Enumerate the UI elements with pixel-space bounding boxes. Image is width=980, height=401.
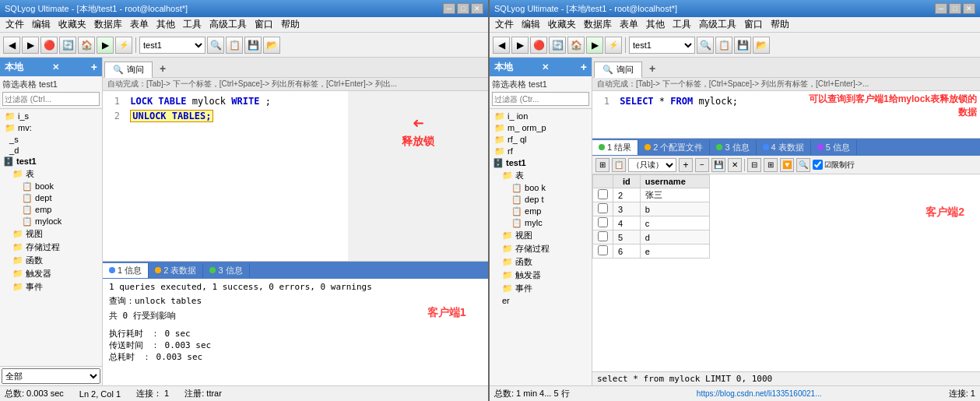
tree-item-test1-1[interactable]: 🗄️ test1 (2, 156, 100, 167)
tab-add-2[interactable]: + (642, 60, 662, 77)
menu-tools-1[interactable]: 工具 (181, 18, 204, 31)
tree-item-rf2-2[interactable]: 📁 rf (491, 146, 590, 157)
table-row[interactable]: 6e (593, 244, 710, 259)
menu-edit-2[interactable]: 编辑 (519, 18, 543, 31)
row-checkbox[interactable] (598, 231, 608, 241)
tb-btn-forward-1[interactable]: ▶ (22, 37, 39, 54)
cell-check[interactable] (593, 230, 613, 244)
rtb-btn-layout-2[interactable]: ⊟ (747, 158, 761, 172)
results-tab-info-1[interactable]: 1 信息 (103, 263, 149, 278)
tb-btn-home-2[interactable]: 🏠 (567, 37, 585, 54)
tree-item-table-group-1[interactable]: 📁 表 (2, 167, 100, 181)
cell-check[interactable] (593, 202, 613, 216)
tree-item-mylock-1[interactable]: 📋 mylock (2, 216, 100, 227)
menu-table-1[interactable]: 表单 (128, 18, 151, 31)
tree-item-evt-2[interactable]: 📁 事件 (491, 282, 590, 295)
menu-file-1[interactable]: 文件 (3, 18, 26, 31)
tree-item-i-2[interactable]: 📁 i_ ion (491, 111, 590, 122)
results-tab-3info-2[interactable]: 3 信息 (710, 140, 756, 155)
rtb-limit-checkbox-2[interactable] (813, 160, 823, 170)
tb-btn-8-1[interactable]: 📋 (226, 37, 243, 54)
menu-adv-2[interactable]: 高级工具 (697, 18, 739, 31)
sidebar-add-1[interactable]: + (91, 61, 97, 73)
results-tab-result-2[interactable]: 1 结果 (592, 140, 638, 155)
rtb-btn-filter-2[interactable]: 🔽 (780, 158, 794, 172)
tree-item-m-2[interactable]: 📁 m_ orm_p (491, 122, 590, 134)
menu-other-1[interactable]: 其他 (154, 18, 177, 31)
results-tab-profile-2[interactable]: 2 个配置文件 (638, 140, 710, 155)
tb-btn-ref-2[interactable]: 🔄 (549, 37, 566, 54)
tab-query-1[interactable]: 🔍 询问 (104, 62, 153, 78)
tb-btn-9-1[interactable]: 💾 (244, 37, 262, 54)
tree-item-rf-2[interactable]: 📁 rf_ ql (491, 134, 590, 146)
editor-area-1[interactable]: 1 LOCK TABLE mylock WRITE ; 2 UNLOCK TAB… (103, 91, 348, 261)
tree-item-trig-2[interactable]: 📁 触发器 (491, 269, 590, 282)
results-tab-4tbl-2[interactable]: 4 表数据 (757, 140, 811, 155)
tree-item-func-2[interactable]: 📁 函数 (491, 255, 590, 269)
rtb-btn-2-2[interactable]: 📋 (612, 158, 626, 172)
tb-btn-5-2[interactable]: ⚡ (605, 37, 622, 54)
sidebar-filter-input-1[interactable] (2, 92, 100, 106)
results-tab-3info-1[interactable]: 3 信息 (203, 263, 249, 278)
tb-btn-c-2[interactable]: 📋 (715, 37, 732, 54)
rtb-limit-label-2[interactable]: ☑限制行 (813, 160, 855, 171)
table-row[interactable]: 4c (593, 216, 710, 230)
tb-btn-stop-1[interactable]: 🔴 (40, 37, 58, 54)
table-row[interactable]: 2张三 (593, 188, 710, 202)
menu-edit-1[interactable]: 编辑 (30, 18, 53, 31)
tree-item-view-2[interactable]: 📁 视图 (491, 229, 590, 242)
sidebar-dropdown-1[interactable]: 全部 (2, 368, 100, 384)
tree-item-dept-1[interactable]: 📋 dept (2, 192, 100, 204)
tb-btn-5-1[interactable]: ⚡ (115, 37, 132, 54)
tb-btn-op-2[interactable]: 📂 (753, 37, 770, 54)
rtb-select-2[interactable]: （只读） (628, 158, 676, 172)
rtb-btn-del-2[interactable]: − (695, 158, 709, 172)
tb-btn-fwd-2[interactable]: ▶ (511, 37, 529, 54)
cell-check[interactable] (593, 216, 613, 230)
tree-item-emp-1[interactable]: 📋 emp (2, 204, 100, 216)
table-row[interactable]: 5d (593, 230, 710, 244)
sidebar-close-2[interactable]: ✕ (542, 62, 549, 72)
sidebar-add-2[interactable]: + (581, 61, 587, 73)
menu-database-1[interactable]: 数据库 (92, 18, 125, 31)
menu-help-1[interactable]: 帮助 (279, 18, 302, 31)
sidebar-filter-input-2[interactable] (492, 92, 589, 106)
menu-oth-2[interactable]: 其他 (644, 18, 667, 31)
tb-btn-sv-2[interactable]: 💾 (734, 37, 751, 54)
cell-check[interactable] (593, 244, 613, 259)
menu-window-1[interactable]: 窗口 (252, 18, 276, 31)
results-tab-table-1[interactable]: 2 表数据 (149, 263, 203, 278)
tree-item-emp-2[interactable]: 📋 emp (491, 206, 590, 217)
tree-item-book-1[interactable]: 📋 book (2, 181, 100, 192)
tree-item-func-1[interactable]: 📁 函数 (2, 254, 100, 267)
window-controls-2[interactable]: ─ □ ✕ (935, 3, 975, 14)
menu-help-2[interactable]: 帮助 (768, 18, 792, 31)
tree-item-trigger-1[interactable]: 📁 触发器 (2, 267, 100, 280)
rtb-btn-add-2[interactable]: + (679, 158, 693, 172)
menu-tools-2[interactable]: 工具 (670, 18, 694, 31)
rtb-btn-col-2[interactable]: ⊞ (764, 158, 778, 172)
results-tab-5info-2[interactable]: 5 信息 (811, 140, 857, 155)
window-controls-1[interactable]: ─ □ ✕ (443, 3, 483, 14)
tree-item-view-1[interactable]: 📁 视图 (2, 227, 100, 241)
tb-btn-7-1[interactable]: 🔍 (207, 37, 224, 54)
minimize-btn-1[interactable]: ─ (443, 3, 455, 14)
menu-win-2[interactable]: 窗口 (742, 18, 765, 31)
menu-advanced-1[interactable]: 高级工具 (207, 18, 249, 31)
menu-db-2[interactable]: 数据库 (581, 18, 614, 31)
tree-item-is-1[interactable]: 📁 i_s (2, 111, 100, 122)
tb-btn-stop-2[interactable]: 🔴 (530, 37, 547, 54)
menu-fav-2[interactable]: 收藏夹 (546, 18, 578, 31)
col-header-id-2[interactable]: id (613, 175, 641, 188)
tree-item-mv-1[interactable]: 📁 mv: (2, 122, 100, 134)
tb-btn-back-1[interactable]: ◀ (3, 37, 20, 54)
tree-item-mylock-2[interactable]: 📋 mylc (491, 217, 590, 229)
menu-file-2[interactable]: 文件 (493, 18, 516, 31)
rtb-btn-discard-2[interactable]: ✕ (728, 158, 742, 172)
close-btn-1[interactable]: ✕ (471, 3, 483, 14)
menu-favorites-1[interactable]: 收藏夹 (56, 18, 89, 31)
tb-btn-back-2[interactable]: ◀ (493, 37, 510, 54)
rtb-btn-search-2[interactable]: 🔍 (796, 158, 810, 172)
db-selector-2[interactable]: test1 (629, 37, 695, 54)
tb-btn-run-1[interactable]: ▶ (97, 37, 114, 54)
